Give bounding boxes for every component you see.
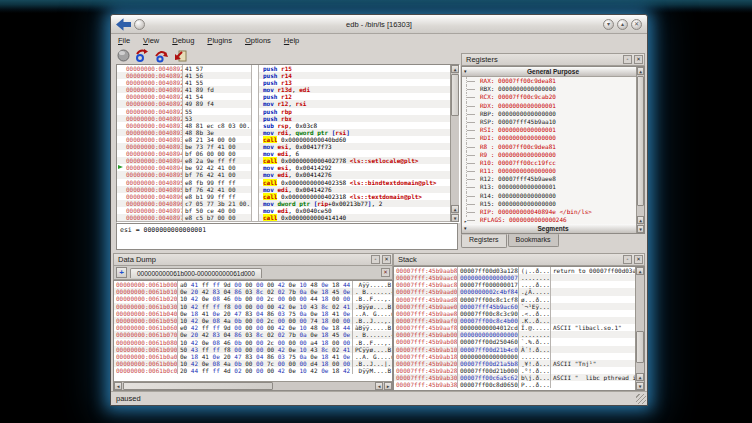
register-row[interactable]: R15: 0000000000000000: [466, 200, 644, 208]
dump-row[interactable]: 00000000:0061b02010 42 0e 08 46 0b 00 00…: [114, 295, 392, 302]
register-row[interactable]: RBP: 0000000000000000: [466, 110, 644, 118]
disasm-row[interactable]: 00000000:0040892b49 89 f4mov r12, rsi: [117, 100, 459, 107]
register-row[interactable]: RCX: 00007ff00c9cab20: [466, 93, 644, 101]
disasm-row[interactable]: 00000000:00408971bf 50 ce 40 00mov edi, …: [117, 207, 459, 214]
stack-dock-title[interactable]: Stack: [393, 253, 645, 266]
stack-float-button[interactable]: ◦: [623, 255, 632, 264]
dump-row[interactable]: 00000000:0061b000a0 41 ff ff 9d 00 00 00…: [114, 281, 392, 288]
stack-row[interactable]: 00007fff:45b9aaf800000000004012cdÍ.@....…: [394, 324, 644, 331]
disasm-row[interactable]: 00000000:0040892f53push rbx: [117, 115, 459, 122]
data-dump-float-button[interactable]: ◦: [371, 255, 380, 264]
menu-plugins[interactable]: Plugins: [207, 36, 232, 45]
disasm-row[interactable]: 00000000:0040893fbe 73 7f 41 00mov esi, …: [117, 143, 459, 150]
register-row[interactable]: RDI: 0000000000000000: [466, 134, 644, 142]
titlebar[interactable]: edb - /bin/ls [16303] ▾ ▴ ✕: [111, 15, 647, 34]
close-button[interactable]: ✕: [631, 19, 642, 30]
menu-view[interactable]: View: [143, 36, 159, 45]
dump-row[interactable]: 00000000:0061b03010 42 ff ff f8 00 00 00…: [114, 303, 392, 310]
group-general-purpose[interactable]: ▾General Purpose: [462, 67, 644, 77]
stack-row[interactable]: 00007fff:45b9aac800007ff000000017....ð..…: [394, 281, 644, 288]
register-row[interactable]: RIP: 000000000040894e </bin/ls>: [466, 208, 644, 216]
dump-row[interactable]: 00000000:0061b0a00e 18 41 0e 20 47 83 04…: [114, 353, 392, 360]
disasm-row[interactable]: 00000000:0040895dbf 76 42 41 00mov edi, …: [117, 186, 459, 193]
register-row[interactable]: RSI: 0000000000000001: [466, 126, 644, 134]
disasm-row[interactable]: 00000000:0040893748 8b 3emov rdi, qword …: [117, 129, 459, 136]
dump-row[interactable]: 00000000:0061b0c020 44 ff ff 4d 02 00 00…: [114, 367, 392, 374]
menu-options[interactable]: Options: [245, 36, 271, 45]
dump-row[interactable]: 00000000:0061b0700e 20 42 83 04 86 03 8c…: [114, 331, 392, 338]
stack-row[interactable]: 00007fff:45b9aae800007ff00c8c3c90.<..ð..…: [394, 310, 644, 317]
register-row[interactable]: RAX: 00007ff00c9dea81: [466, 77, 644, 85]
registers-dock-title[interactable]: Registers: [461, 53, 645, 66]
close-region-tab-button[interactable]: ✕: [381, 268, 390, 277]
disasm-vertical-scrollbar[interactable]: ▲ ▲ ▼: [450, 65, 459, 222]
register-row[interactable]: RBX: 0000000000000000: [466, 85, 644, 93]
group-segments[interactable]: ▾Segments: [462, 224, 644, 234]
disasm-row[interactable]: 00000000:0040892241 56push r14: [117, 72, 459, 79]
stack-row[interactable]: 00007fff:45b9ab0800007ff00d250460`.%.ð..…: [394, 338, 644, 345]
register-row[interactable]: RFLAGS: 0000000000000246▸: [466, 216, 644, 224]
add-region-button[interactable]: +: [116, 267, 127, 278]
maximize-button[interactable]: ▴: [617, 19, 628, 30]
registers-close-button[interactable]: ✕: [634, 55, 643, 64]
back-arrow-icon[interactable]: [116, 17, 131, 32]
shade-button[interactable]: ▾: [603, 19, 614, 30]
stack-vertical-scrollbar[interactable]: ▲ ▲ ▼: [635, 267, 644, 390]
stack-row[interactable]: 00007fff:45b9ab000000000000000000.......…: [394, 331, 644, 338]
disassembly-view[interactable]: 00000000:0040892041 57push r1500000000:0…: [116, 64, 460, 223]
dump-row[interactable]: 00000000:0061b0400e 18 41 0e 20 47 83 04…: [114, 310, 392, 317]
stack-row[interactable]: 00007fff:45b9aaf000007ff00c8c4b00.K..ð..…: [394, 317, 644, 324]
stack-row[interactable]: 00007fff:45b9ab2800007ff00d21b000.°!.ð..…: [394, 367, 644, 374]
stack-view[interactable]: 00007fff:45b9aab800007ff00d03a128(¡..ð..…: [393, 266, 645, 391]
step-out-icon[interactable]: [173, 48, 188, 63]
disasm-row[interactable]: 00000000:00408967c7 05 77 3b 21 00.mov d…: [117, 200, 459, 207]
stack-row[interactable]: 00007fff:45b9aac00000000000000007.......…: [394, 274, 644, 281]
dump-row[interactable]: 00000000:0061b05010 42 0e 08 4a 0b 00 00…: [114, 317, 392, 324]
disasm-row[interactable]: 00000000:00408949e8 2a 9e ff ffcall 0x00…: [117, 157, 459, 164]
data-dump-dock-title[interactable]: Data Dump: [113, 253, 393, 266]
disasm-row[interactable]: 00000000:0040894ebe 92 42 41 00mov esi, …: [117, 164, 459, 171]
disasm-row[interactable]: 00000000:0040893ae8 21 34 00 00call 0x00…: [117, 136, 459, 143]
run-icon[interactable]: [116, 48, 131, 63]
register-row[interactable]: R13: 0000000000000001: [466, 183, 644, 191]
step-into-icon[interactable]: [135, 48, 150, 63]
disasm-row[interactable]: 00000000:00408944bf 06 00 00 00mov edi, …: [117, 150, 459, 157]
resize-grip[interactable]: [636, 394, 646, 404]
stack-row[interactable]: 00007fff:45b9aab800007ff00d03a128(¡..ð..…: [394, 267, 644, 274]
dump-row[interactable]: 00000000:0061b0b010 42 0e 08 4a 0b 00 00…: [114, 360, 392, 367]
disasm-row[interactable]: 00000000:0040892641 89 fdmov r13d, edi: [117, 86, 459, 93]
dump-row[interactable]: 00000000:0061b0100e 20 42 83 04 86 03 8c…: [114, 288, 392, 295]
register-row[interactable]: R11: 0000000000000000: [466, 167, 644, 175]
region-tab[interactable]: 000000000061b000-000000000061d000: [130, 268, 262, 278]
stack-row[interactable]: 00007fff:45b9ab3800007ff00c8d0650P...ð..…: [394, 381, 644, 388]
stack-row[interactable]: 00007fff:45b9ab180000000000000000.......…: [394, 353, 644, 360]
dump-horizontal-scrollbar[interactable]: ◀ ◀ ▶: [114, 381, 392, 390]
stack-row[interactable]: 00007fff:45b9aae000007fff45b9ac60`¬¹Eÿ..…: [394, 303, 644, 310]
dump-row[interactable]: 00000000:0061b060e0 42 ff ff 9d 00 00 00…: [114, 324, 392, 331]
dump-row[interactable]: 00000000:0061b08010 42 0e 08 46 0b 00 00…: [114, 339, 392, 346]
disasm-row[interactable]: 00000000:0040892441 55push r13: [117, 79, 459, 86]
register-row[interactable]: R9 : 0000000000000000: [466, 151, 644, 159]
step-over-icon[interactable]: [154, 48, 169, 63]
menu-debug[interactable]: Debug: [172, 36, 194, 45]
stack-row[interactable]: 00007fff:45b9ab2000007ff00d21a5b8¸¥!.ð..…: [394, 360, 644, 367]
menu-help[interactable]: Help: [284, 36, 299, 45]
register-row[interactable]: RDX: 0000000000000001: [466, 102, 644, 110]
stack-row[interactable]: 00007fff:45b9ab3000007ff00c6a5c62b\j.ð..…: [394, 374, 644, 381]
disasm-row[interactable]: 00000000:00408962e8 b1 99 ff ffcall 0x00…: [117, 193, 459, 200]
data-dump-close-button[interactable]: ✕: [382, 255, 391, 264]
register-row[interactable]: RSP: 00007fff45b9aa10: [466, 118, 644, 126]
registers-vertical-scrollbar[interactable]: ▲ ▲ ▼: [636, 67, 644, 233]
window-pin-button[interactable]: [134, 19, 145, 30]
stack-row[interactable]: 00007fff:45b9aad00000000002c4bf84.¿Ä....…: [394, 288, 644, 295]
disasm-row[interactable]: 00000000:0040892941 54push r12: [117, 93, 459, 100]
menu-file[interactable]: File: [118, 36, 130, 45]
dump-row[interactable]: 00000000:0061b09050 43 ff ff f8 00 00 00…: [114, 346, 392, 353]
register-row[interactable]: R10: 00007ff00cc19fcc: [466, 159, 644, 167]
disasm-row[interactable]: 00000000:0040892e55push rbp: [117, 108, 459, 115]
disasm-row[interactable]: 00000000:0040892041 57push r15: [117, 65, 459, 72]
registers-float-button[interactable]: ◦: [623, 55, 632, 64]
register-row[interactable]: R8 : 00007ff00c9dea81: [466, 143, 644, 151]
stack-row[interactable]: 00007fff:45b9aad800007ff00c8c1cf8ø...ð..…: [394, 296, 644, 303]
disasm-row[interactable]: 00000000:00408976e8 c5 b7 00 00call 0x00…: [117, 214, 459, 221]
